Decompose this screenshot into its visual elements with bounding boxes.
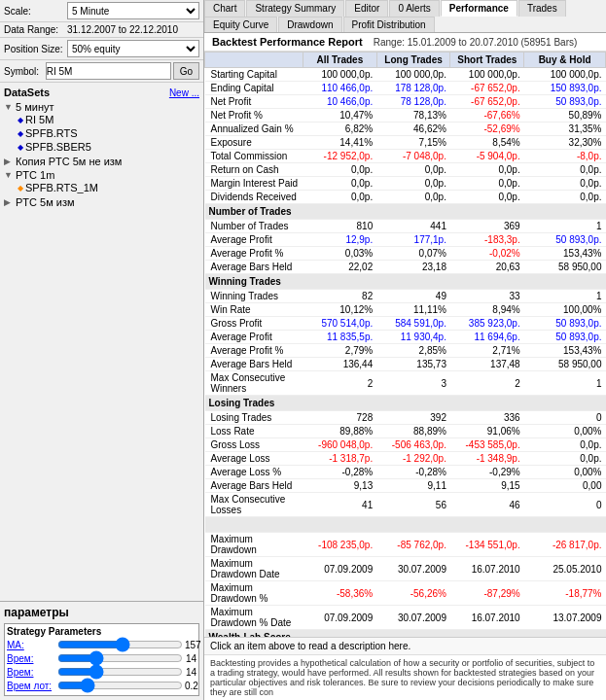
expand-icon-kopiya[interactable]: ▶ <box>4 157 14 166</box>
cell-label: Maximum Drawdown % <box>205 581 303 606</box>
cell-label: Win Rate <box>205 303 303 317</box>
table-row: Max Consecutive Losses 41 56 46 0 <box>205 493 606 517</box>
tree-item-spfbrts[interactable]: ◆ SPFB.RTS <box>18 126 199 140</box>
cell-short: 33 <box>450 290 524 303</box>
tab-chart[interactable]: Chart <box>204 0 245 17</box>
cell-label: Margin Interest Paid <box>205 177 303 191</box>
cell-buy: -8,0p. <box>524 150 606 163</box>
cell-buy: -26 817,0p. <box>524 533 606 557</box>
tree-item-ri5m[interactable]: ◆ RI 5M <box>18 113 199 126</box>
cell-label: Total Commission <box>205 150 303 163</box>
param-slider-ma[interactable] <box>57 639 183 650</box>
col-header-all: All Trades <box>303 52 376 68</box>
cell-buy: 25.05.2010 <box>524 557 606 581</box>
diamond-icon-spfbrts: ◆ <box>18 129 23 138</box>
tree-item-ptc5mizm[interactable]: ▶ PTC 5м изм <box>4 195 199 209</box>
tab-equity-curve[interactable]: Equity Curve <box>204 17 277 32</box>
tree-item-spfbrts1m[interactable]: ◆ SPFB.RTS_1M <box>18 181 199 194</box>
cell-all: 12,9p. <box>303 233 376 247</box>
diamond-icon-ri5m: ◆ <box>18 116 23 124</box>
param-slider-vrem1[interactable] <box>57 652 183 664</box>
tab-strategy-summary[interactable]: Strategy Summary <box>246 0 344 17</box>
tab-performance[interactable]: Performance <box>441 0 517 17</box>
cell-all: 136,44 <box>303 358 376 371</box>
report-title: Backtest Performance Report <box>212 36 363 48</box>
cell-label: Exposure <box>205 136 303 150</box>
col-header-buy: Buy & Hold <box>524 52 606 68</box>
tab-alerts[interactable]: 0 Alerts <box>389 0 439 17</box>
cell-label: Average Bars Held <box>205 261 303 274</box>
tab-trades[interactable]: Trades <box>518 0 566 17</box>
expand-icon-ptc5mizm[interactable]: ▶ <box>4 197 14 207</box>
cell-long: 135,73 <box>376 358 450 371</box>
param-value-vrem1: 14 <box>185 653 196 664</box>
cell-buy: 32,30% <box>524 136 606 150</box>
cell-short: -0,02% <box>450 247 524 261</box>
tree-item-spfbsber[interactable]: ◆ SPFB.SBER5 <box>18 140 199 154</box>
table-row: Average Loss % -0,28% -0,28% -0,29% 0,00… <box>205 466 606 479</box>
expand-icon-ptc1m[interactable]: ▼ <box>4 170 14 180</box>
param-name-vrem1[interactable]: Врем: <box>7 653 55 664</box>
params-section: параметры Strategy Parameters MA: 157 Вр… <box>0 601 203 700</box>
cell-long: 11,11% <box>376 303 450 317</box>
cell-long: 178 128,0p. <box>376 82 450 95</box>
cell-all: 6,82% <box>303 122 376 136</box>
cell-all: 82 <box>303 290 376 303</box>
cell-buy: 50 893,0p. <box>524 233 606 247</box>
cell-long: 3 <box>376 371 450 396</box>
cell-long: 30.07.2009 <box>376 557 450 581</box>
param-name-ma[interactable]: MA: <box>7 640 55 650</box>
table-row: Average Profit 11 835,5p. 11 930,4p. 11 … <box>205 331 606 344</box>
tree-item-5min[interactable]: ▼ 5 минут ◆ RI 5M ◆ SPFB.RTS <box>4 100 199 155</box>
scale-select[interactable]: 5 Minute <box>67 2 199 19</box>
cell-all: 10,47% <box>303 109 376 122</box>
cell-short: -87,29% <box>450 581 524 606</box>
tab-profit-distribution[interactable]: Profit Distribution <box>343 17 435 32</box>
cell-long: 584 591,0p. <box>376 317 450 331</box>
cell-label: Average Bars Held <box>205 479 303 493</box>
cell-short: 11 694,6p. <box>450 331 524 344</box>
cell-buy: 0 <box>524 493 606 517</box>
cell-label: Average Profit <box>205 331 303 344</box>
symbol-input[interactable] <box>46 62 171 80</box>
cell-short: -67 652,0p. <box>450 82 524 95</box>
tab-drawdown[interactable]: Drawdown <box>278 17 341 32</box>
tab-editor[interactable]: Editor <box>345 0 388 17</box>
new-link[interactable]: New ... <box>169 88 199 98</box>
param-slider-vremlot[interactable] <box>57 680 183 691</box>
cell-all: 100 000,0p. <box>303 68 376 82</box>
param-value-ma: 157 <box>185 640 201 650</box>
cell-short: 8,94% <box>450 303 524 317</box>
expand-icon-5min[interactable]: ▼ <box>4 102 14 112</box>
cell-buy: 0,0p. <box>524 438 606 452</box>
cell-long: -0,28% <box>376 466 450 479</box>
position-select[interactable]: 50% equity <box>67 40 199 57</box>
cell-short: 137,48 <box>450 358 524 371</box>
section-label: Wealth-Lab Score <box>205 630 606 638</box>
param-name-vremlot[interactable]: Врем лот: <box>7 681 55 691</box>
cell-all: 07.09.2009 <box>303 557 376 581</box>
table-row: Win Rate 10,12% 11,11% 8,94% 100,00% <box>205 303 606 317</box>
tree-item-kopiya[interactable]: ▶ Копия PTC 5м не изм <box>4 155 199 168</box>
cell-buy: 153,43% <box>524 247 606 261</box>
section-header-losing: Losing Trades <box>205 396 606 411</box>
cell-short: -134 551,0p. <box>450 533 524 557</box>
cell-all: 570 514,0p. <box>303 317 376 331</box>
param-row-vremlot: Врем лот: 0.2 <box>7 680 196 691</box>
cell-long: -1 292,0p. <box>376 452 450 466</box>
cell-short: 46 <box>450 493 524 517</box>
table-row: Average Bars Held 22,02 23,18 20,63 58 9… <box>205 261 606 274</box>
table-row: Max Consecutive Winners 2 3 2 1 <box>205 371 606 396</box>
cell-all: 0,0p. <box>303 177 376 191</box>
bottom-bar: Click an item above to read a descriptio… <box>204 637 606 654</box>
go-button[interactable]: Go <box>173 62 199 80</box>
cell-short: 0,0p. <box>450 191 524 204</box>
tree-label-kopiya: Копия PTC 5м не изм <box>16 156 122 167</box>
param-slider-vrem2[interactable] <box>57 666 183 678</box>
cell-short: 369 <box>450 220 524 233</box>
cell-short: -52,69% <box>450 122 524 136</box>
cell-short: 0,0p. <box>450 163 524 177</box>
tree-item-ptc1m[interactable]: ▼ PTC 1m ◆ SPFB.RTS_1M <box>4 168 199 195</box>
param-name-vrem2[interactable]: Врем: <box>7 667 55 678</box>
strategy-params-box: Strategy Parameters MA: 157 Врем: 14 Вре… <box>4 623 199 696</box>
